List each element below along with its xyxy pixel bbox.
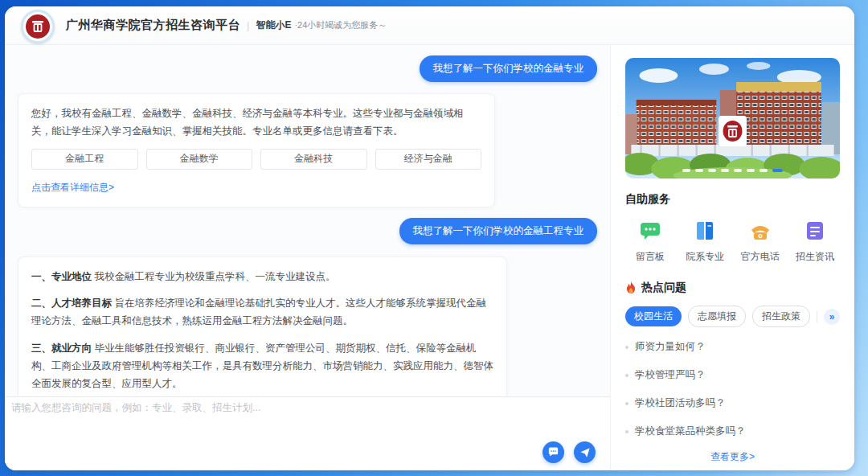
- chat-input[interactable]: [11, 402, 514, 413]
- hot-topics-section: 热点问题 校园生活 志愿填报 招生政策 » 师资力量如何？: [625, 264, 840, 445]
- major-button-economics-finance[interactable]: 经济与金融: [375, 149, 482, 170]
- user-message-bubble: 我想了解一下你们学校的金融专业: [420, 55, 598, 82]
- service-label: 官方电话: [741, 250, 780, 264]
- user-message-bubble: 我想了解一下你们学校的金融工程专业: [399, 218, 598, 244]
- carousel-dot[interactable]: [734, 169, 742, 172]
- bullet-dot-icon: [625, 346, 628, 349]
- tag-campus-life[interactable]: 校园生活: [625, 306, 682, 326]
- chat-area: 我想了解一下你们学校的金融专业 您好，我校有金融工程、金融数学、金融科技、经济与…: [5, 45, 610, 470]
- carousel-dot[interactable]: [682, 169, 690, 172]
- carousel-dot[interactable]: [760, 169, 768, 172]
- major-button-financial-engineering[interactable]: 金融工程: [31, 149, 138, 170]
- tag-admissions-policy[interactable]: 招生政策: [752, 306, 810, 327]
- paragraph-lead: 二、人才培养目标: [31, 298, 112, 309]
- hot-question[interactable]: 师资力量如何？: [625, 333, 840, 361]
- bot-message-card: 您好，我校有金融工程、金融数学、金融科技、经济与金融等本科专业。这些专业都与金融…: [18, 93, 495, 208]
- service-label: 院系专业: [686, 250, 724, 264]
- campus-center-badge: [719, 116, 747, 146]
- paragraph-lead: 三、就业方向: [31, 343, 92, 354]
- tag-divider: [817, 311, 817, 322]
- carousel-dot[interactable]: [695, 169, 703, 172]
- school-logo-emblem: [26, 14, 50, 39]
- bot-paragraph: 二、人才培养目标 旨在培养经济理论和金融理论基础扎实的专业人才。这些人才能够系统…: [31, 294, 493, 330]
- flame-icon: [625, 281, 637, 294]
- feedback-chat-button[interactable]: [542, 441, 564, 463]
- carousel-dot-active[interactable]: [772, 169, 783, 172]
- bot-message-text: 您好，我校有金融工程、金融数学、金融科技、经济与金融等本科专业。这些专业都与金融…: [31, 105, 481, 141]
- topic-tags-row: 校园生活 志愿填报 招生政策 »: [625, 306, 840, 327]
- paragraph-lead: 一、专业地位: [31, 271, 92, 282]
- departments-book-icon: [693, 219, 717, 243]
- bot-name: 智能小E: [256, 18, 291, 32]
- service-official-phone[interactable]: 官方电话: [738, 219, 783, 264]
- service-admissions-news[interactable]: 招生资讯: [792, 219, 837, 264]
- paragraph-text: 毕业生能够胜任投资银行、商业银行、资产管理公司、期货期权、信托、保险等金融机构、…: [31, 343, 493, 390]
- hot-question[interactable]: 学校管理严吗？: [625, 361, 840, 389]
- bot-paragraph: 三、就业方向 毕业生能够胜任投资银行、商业银行、资产管理公司、期货期权、信托、保…: [31, 339, 493, 393]
- message-list: 我想了解一下你们学校的金融专业 您好，我校有金融工程、金融数学、金融科技、经济与…: [5, 45, 610, 396]
- service-label: 招生资讯: [796, 250, 834, 264]
- service-label: 留言板: [636, 250, 665, 264]
- bullet-dot-icon: [625, 402, 628, 405]
- bot-paragraph: 一、专业地位 我校金融工程专业为校级重点学科、一流专业建设点。: [31, 268, 493, 285]
- carousel-dots: [625, 169, 840, 172]
- header: 广州华商学院官方招生咨询平台 | 智能小E ·24小时竭诚为您服务～: [5, 6, 854, 45]
- chevron-double-right-icon[interactable]: »: [824, 309, 840, 325]
- bot-message-card: 一、专业地位 我校金融工程专业为校级重点学科、一流专业建设点。 二、人才培养目标…: [18, 256, 507, 396]
- question-list: 师资力量如何？ 学校管理严吗？ 学校社团活动多吗？ 学校食堂菜品种类多吗？: [625, 333, 840, 445]
- page-title: 广州华商学院官方招生咨询平台: [66, 18, 240, 33]
- bullet-dot-icon: [625, 430, 628, 433]
- paper-plane-icon: [579, 447, 591, 458]
- carousel-dot[interactable]: [721, 169, 729, 172]
- campus-photo-carousel[interactable]: [625, 58, 840, 178]
- hot-question[interactable]: 学校社团活动多吗？: [625, 389, 840, 417]
- chat-bubble-icon: [547, 446, 559, 458]
- chat-input-area: [5, 396, 610, 470]
- self-service-title: 自助服务: [625, 192, 840, 207]
- campus-photo: [625, 58, 840, 178]
- self-service-section: 自助服务 留言板: [625, 178, 840, 264]
- service-message-board[interactable]: 留言板: [628, 219, 673, 264]
- hot-topics-title: 热点问题: [641, 281, 686, 295]
- admissions-news-icon: [803, 219, 827, 243]
- view-details-link[interactable]: 点击查看详细信息>: [31, 179, 114, 196]
- service-tagline: ·24小时竭诚为您服务～: [294, 19, 387, 31]
- major-buttons-row: 金融工程 金融数学 金融科技 经济与金融: [31, 149, 481, 170]
- service-departments[interactable]: 院系专业: [682, 219, 727, 264]
- paragraph-text: 我校金融工程专业为校级重点学科、一流专业建设点。: [92, 271, 335, 282]
- sidebar: 自助服务 留言板: [610, 45, 854, 470]
- tag-application[interactable]: 志愿填报: [688, 306, 746, 327]
- carousel-dot[interactable]: [747, 169, 755, 172]
- major-button-financial-math[interactable]: 金融数学: [146, 149, 253, 170]
- school-logo: [21, 10, 55, 43]
- send-button[interactable]: [574, 441, 596, 463]
- major-button-fintech[interactable]: 金融科技: [260, 149, 367, 170]
- message-board-icon: [638, 219, 662, 243]
- official-phone-icon: [748, 219, 772, 243]
- app-window: 广州华商学院官方招生咨询平台 | 智能小E ·24小时竭诚为您服务～ 我想了解一…: [5, 6, 854, 470]
- carousel-dot[interactable]: [708, 169, 716, 172]
- bullet-dot-icon: [625, 374, 628, 377]
- title-separator: |: [247, 19, 249, 31]
- view-more-link[interactable]: 查看更多>: [625, 445, 840, 466]
- hot-question[interactable]: 学校食堂菜品种类多吗？: [625, 417, 840, 445]
